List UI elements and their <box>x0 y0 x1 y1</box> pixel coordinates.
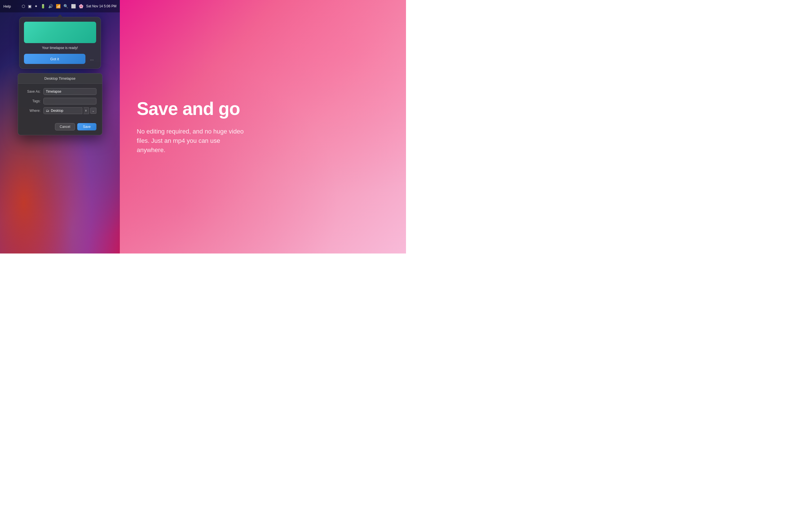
more-button[interactable]: ... <box>88 55 96 62</box>
menubar-help[interactable]: Help <box>3 4 11 8</box>
desktop-panel: Help ⬡ ▣ ✦ 🔋 🔊 📶 🔍 ⬜ 🌸 Sat Nov 14 5:06 P… <box>0 0 120 253</box>
save-as-row: Save As: <box>24 88 96 95</box>
battery-icon: 🔋 <box>41 4 45 8</box>
marketing-content: Save and go No editing required, and no … <box>137 99 389 154</box>
notification-actions: Got it ... <box>24 54 96 64</box>
dialog-buttons: Cancel Save <box>18 123 102 135</box>
where-spinner[interactable]: ⬍ <box>84 107 89 114</box>
cancel-button[interactable]: Cancel <box>55 123 75 130</box>
save-as-input[interactable] <box>43 88 96 95</box>
desktop-content: Your timelapse is ready! Got it ... Desk… <box>0 12 120 141</box>
notification-message: Your timelapse is ready! <box>24 46 96 50</box>
menubar-right: ⬡ ▣ ✦ 🔋 🔊 📶 🔍 ⬜ 🌸 Sat Nov 14 5:06 PM <box>22 4 116 8</box>
notification-triangle <box>57 14 63 17</box>
save-dialog: Desktop Timelapse Save As: Tags: Where: <box>18 73 102 135</box>
menubar: Help ⬡ ▣ ✦ 🔋 🔊 📶 🔍 ⬜ 🌸 Sat Nov 14 5:06 P… <box>0 0 120 12</box>
wifi-icon: 📶 <box>56 4 61 8</box>
airplay-icon: ⬜ <box>71 4 76 8</box>
layers-icon: ⬡ <box>22 4 25 8</box>
where-select-wrapper: 🗂 Desktop ⬍ ⌄ <box>43 107 96 114</box>
bluetooth-icon: ✦ <box>35 4 38 8</box>
where-expand-button[interactable]: ⌄ <box>90 108 96 114</box>
menubar-left: Help <box>3 4 11 8</box>
folder-icon: 🗂 <box>46 109 49 113</box>
where-value: Desktop <box>51 109 63 113</box>
tags-input[interactable] <box>43 98 96 105</box>
timelapse-preview <box>24 22 96 43</box>
got-it-button[interactable]: Got it <box>24 54 86 64</box>
search-icon[interactable]: 🔍 <box>63 4 68 8</box>
display-icon: ▣ <box>28 4 32 8</box>
tags-label: Tags: <box>24 99 41 103</box>
where-label: Where: <box>24 109 41 113</box>
where-select[interactable]: 🗂 Desktop <box>43 107 82 114</box>
marketing-title: Save and go <box>137 99 389 119</box>
marketing-description: No editing required, and no huge video f… <box>137 127 250 155</box>
tags-row: Tags: <box>24 98 96 105</box>
save-button[interactable]: Save <box>77 123 96 130</box>
datetime: Sat Nov 14 5:06 PM <box>86 4 116 8</box>
save-as-label: Save As: <box>24 90 41 94</box>
volume-icon: 🔊 <box>48 4 53 8</box>
notification-card: Your timelapse is ready! Got it ... <box>19 17 101 69</box>
save-dialog-body: Save As: Tags: Where: 🗂 Desktop <box>18 83 102 123</box>
where-row: Where: 🗂 Desktop ⬍ ⌄ <box>24 107 96 114</box>
save-dialog-title: Desktop Timelapse <box>18 73 102 83</box>
marketing-panel: Save and go No editing required, and no … <box>120 0 406 253</box>
notification-icon: 🌸 <box>79 4 84 8</box>
